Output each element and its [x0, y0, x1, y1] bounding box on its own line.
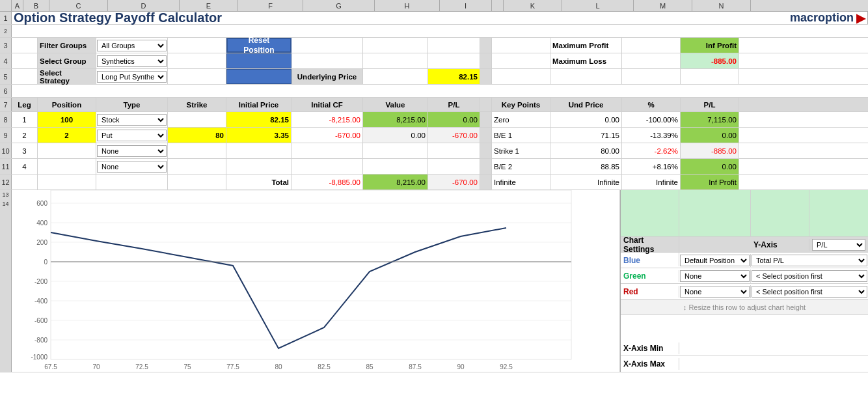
col-header-e: E: [180, 0, 238, 11]
select-group-cell: Synthetics: [96, 53, 168, 68]
kp-2-pct: -13.39%: [622, 128, 681, 143]
red-position-select[interactable]: None: [680, 286, 750, 298]
x-axis-min-label: X-Axis Min: [621, 342, 679, 354]
header-pct: %: [622, 98, 681, 111]
cell-3j: [480, 38, 492, 53]
rownum-8: 8: [0, 112, 12, 127]
header-kp-pl: P/L: [681, 98, 739, 111]
green-position-select[interactable]: None: [680, 270, 750, 282]
x-axis-max-row: X-Axis Max: [621, 356, 868, 372]
total-value: 8,215.00: [363, 175, 428, 189]
rownum-10: 10: [0, 143, 12, 158]
blue-value-cell: Total P/L: [751, 254, 868, 267]
svg-text:90: 90: [457, 363, 465, 370]
total-initial-cf: -8,885.00: [292, 175, 363, 189]
row-11: 11 4 None B/E 2 88.85 +8.16% 0.00: [0, 159, 868, 175]
chart-row-nums: 13 14: [0, 190, 12, 372]
kp-3-label: Strike 1: [492, 143, 550, 158]
rownum-9: 9: [0, 128, 12, 143]
filter-groups-label: Filter Groups: [38, 38, 96, 53]
leg2-pl: -670.00: [428, 128, 480, 143]
cell-3e: [168, 38, 226, 53]
select-group-select[interactable]: Synthetics: [97, 55, 167, 67]
header-pl: P/L: [428, 98, 480, 111]
row6-empty: [12, 85, 868, 97]
cell-5k: [492, 69, 550, 84]
select-group-label: Select Group: [38, 53, 96, 68]
reset-position-button[interactable]: ResetPosition: [226, 38, 292, 53]
chart-settings-panel: Chart Settings Y-Axis P/L Blue Default P…: [621, 190, 868, 372]
row-12: 12 Total -8,885.00 8,215.00 -670.00 Infi…: [0, 175, 868, 190]
row-8: 8 1 100 Stock 82.15 -8,215.00 8,215.00 0…: [0, 112, 868, 128]
svg-text:-600: -600: [34, 317, 47, 324]
red-row: Red None < Select position first: [621, 284, 868, 300]
leg1-type-select[interactable]: Stock: [97, 114, 167, 126]
rownum-14: 14: [2, 201, 8, 207]
leg3-pl: [428, 143, 480, 158]
rownum-2: 2: [0, 25, 12, 37]
leg4-initial-price: [226, 159, 292, 174]
max-loss-value: -885.00: [681, 53, 739, 68]
col-header-n: N: [692, 0, 751, 11]
col-header-row: [0, 0, 12, 11]
reset-btn[interactable]: ResetPosition: [227, 38, 291, 52]
col-header-h: H: [375, 0, 440, 11]
cell-12e: [168, 175, 226, 189]
title-cell: Option Strategy Payoff Calculator macrop…: [12, 12, 868, 24]
cell-3g: [292, 38, 363, 53]
col-header-a: A: [12, 0, 23, 11]
rownum-12: 12: [0, 175, 12, 189]
col-header-c: C: [49, 0, 108, 11]
leg1-initial-price: 82.15: [226, 112, 292, 127]
row-2-spacer: 2: [0, 25, 868, 38]
select-strategy-label: Select Strategy: [38, 69, 96, 84]
y-axis-select[interactable]: P/L: [812, 239, 865, 251]
cell-4g: [292, 53, 363, 68]
header-position: Position: [38, 98, 96, 111]
col-header-l: L: [562, 0, 634, 11]
row-1: 1 Option Strategy Payoff Calculator macr…: [0, 12, 868, 25]
green-value-select[interactable]: < Select position first: [752, 270, 867, 282]
svg-text:77.5: 77.5: [226, 363, 239, 370]
kp-empty-k: [621, 190, 679, 236]
cell-3i: [428, 38, 480, 53]
leg4-type-select[interactable]: None: [97, 161, 167, 173]
leg4-pl: [428, 159, 480, 174]
filter-groups-select[interactable]: All Groups: [97, 40, 167, 51]
kp-5-undprice: Infinite: [550, 175, 622, 189]
svg-text:80: 80: [275, 363, 282, 370]
kp-empty-rows: [621, 190, 868, 237]
leg3-type-select[interactable]: None: [97, 145, 167, 157]
header-initial-price: Initial Price: [226, 98, 292, 111]
svg-text:85: 85: [366, 363, 373, 370]
blue-position-cell: Default Position: [679, 254, 751, 267]
cell-3b: [12, 38, 38, 53]
green-value-cell: < Select position first: [751, 270, 868, 283]
chart-settings-label: Chart Settings: [621, 234, 679, 255]
col-header-k: K: [504, 0, 562, 11]
row-9: 9 2 2 Put 80 3.35 -670.00 0.00 -670.00 B…: [0, 128, 868, 143]
cell-4i: [428, 53, 480, 68]
total-pl: -670.00: [428, 175, 480, 189]
col-header-f: F: [238, 0, 303, 11]
leg4-initial-cf: [292, 159, 363, 174]
blue-value-select[interactable]: Total P/L: [752, 255, 867, 266]
row-10: 10 3 None Strike 1 80.00 -2.62% -885.00: [0, 143, 868, 159]
rownum-7: 7: [0, 98, 12, 111]
chart-container: 600 400 200 0 -200 -400 -600 -800 -1000 …: [12, 190, 620, 372]
logo-icon: ▶: [856, 11, 865, 25]
kp-3-pl: -885.00: [681, 143, 739, 158]
cell-4m: [622, 53, 681, 68]
cell-5f-part: [226, 69, 292, 84]
cell-9j: [480, 128, 492, 143]
red-value-select[interactable]: < Select position first: [752, 286, 867, 298]
blue-position-select[interactable]: Default Position: [680, 255, 750, 266]
kp-3-pct: -2.62%: [622, 143, 681, 158]
leg1-strike: [168, 112, 226, 127]
select-strategy-select[interactable]: Long Put Synthetic Straddle: [97, 71, 167, 83]
leg4-strike: [168, 159, 226, 174]
col-header-b: B: [23, 0, 49, 11]
leg3-strike: [168, 143, 226, 158]
rownum-3: 3: [0, 38, 12, 53]
leg2-type-select[interactable]: Put: [97, 130, 167, 141]
